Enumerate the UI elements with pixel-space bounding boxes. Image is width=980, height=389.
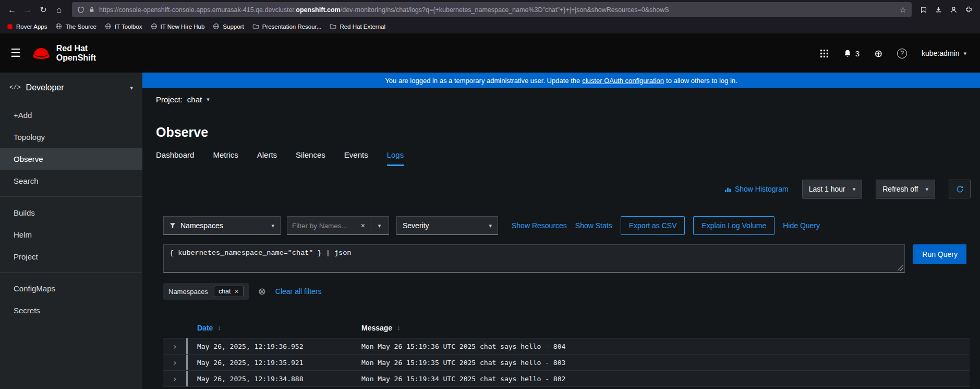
bookmark-rover-apps[interactable]: Rover Apps xyxy=(3,22,51,31)
main-content: You are logged in as a temporary adminis… xyxy=(142,73,980,389)
chevron-down-icon: ▾ xyxy=(271,222,274,229)
save-to-pocket-icon[interactable] xyxy=(920,6,927,14)
log-row: › May 26, 2025, 12:19:34.888 Mon May 26 … xyxy=(163,371,970,387)
refresh-interval-dropdown[interactable]: Refresh off ▾ xyxy=(876,180,935,198)
tab-dashboard[interactable]: Dashboard xyxy=(156,150,194,166)
sidebar-divider xyxy=(0,272,142,273)
severity-filter-dropdown[interactable]: Severity ▾ xyxy=(396,216,498,235)
explain-log-volume-button[interactable]: Explain Log Volume xyxy=(693,216,775,235)
clear-input-icon[interactable]: × xyxy=(361,221,365,230)
sidebar-item-observe[interactable]: Observe xyxy=(0,148,142,170)
date-column-header[interactable]: Date ↓ xyxy=(197,317,361,338)
chip-group-label: Namespaces xyxy=(168,288,208,296)
downloads-icon[interactable] xyxy=(935,6,942,14)
sort-descending-icon: ↓ xyxy=(217,324,221,332)
app-launcher-grid-icon[interactable] xyxy=(820,49,829,58)
bookmark-star-icon[interactable]: ☆ xyxy=(900,5,906,15)
filters-toolbar: Namespaces ▾ Filter by Names... × ▾ Seve… xyxy=(142,206,980,235)
show-resources-link[interactable]: Show Resources xyxy=(512,221,567,230)
reload-button[interactable]: ↻ xyxy=(35,3,51,17)
tab-events[interactable]: Events xyxy=(344,150,368,166)
run-query-button[interactable]: Run Query xyxy=(913,244,966,264)
extensions-icon[interactable] xyxy=(965,6,973,14)
browser-right-icons xyxy=(917,6,976,14)
show-stats-link[interactable]: Show Stats xyxy=(575,221,612,230)
log-table: Date ↓ Message ↕ › May 26, 2025, 12:19:3… xyxy=(163,317,970,387)
bookmark-red-hat-external[interactable]: Red Hat External xyxy=(326,21,389,31)
page-title: Observe xyxy=(142,111,980,140)
log-date: May 26, 2025, 12:19:35.921 xyxy=(197,355,361,370)
brand-line1: Red Hat xyxy=(56,44,96,53)
severity-dropdown-label: Severity xyxy=(403,221,429,230)
globe-icon xyxy=(55,23,62,30)
clear-all-filters-link[interactable]: Clear all filters xyxy=(275,287,322,296)
home-button[interactable]: ⌂ xyxy=(51,3,67,17)
name-filter-input[interactable]: Filter by Names... × xyxy=(287,216,370,235)
url-path: /dev-monitoring/ns/chat/logs?q={+kuberne… xyxy=(341,6,669,14)
sidebar-item-topology[interactable]: Topology xyxy=(0,126,142,148)
expand-row-toggle[interactable]: › xyxy=(163,338,186,354)
bookmark-it-new-hire-hub[interactable]: IT New Hire Hub xyxy=(147,21,209,31)
chip-close-icon[interactable]: × xyxy=(235,287,239,296)
date-header-label: Date xyxy=(197,324,213,332)
message-column-header[interactable]: Message ↕ xyxy=(361,317,970,338)
sync-button[interactable] xyxy=(949,180,971,198)
back-button[interactable]: ← xyxy=(4,3,20,17)
nav-toggle-icon[interactable]: ☰ xyxy=(0,46,31,60)
brand-logo: Red Hat OpenShift xyxy=(31,44,96,63)
sidebar-item-secrets[interactable]: Secrets xyxy=(0,299,142,321)
show-histogram-link[interactable]: Show Histogram xyxy=(724,185,789,193)
chip-text: chat xyxy=(219,288,231,295)
project-selector[interactable]: Project: chat ▾ xyxy=(142,88,980,111)
sidebar-item-search[interactable]: Search xyxy=(0,170,142,192)
sort-icon: ↕ xyxy=(397,324,401,332)
expand-row-toggle[interactable]: › xyxy=(163,355,186,370)
url-bar[interactable]: https://console-openshift-console.apps.e… xyxy=(72,2,912,17)
bookmark-presentation-resources[interactable]: Presentation Resour... xyxy=(249,21,325,31)
oauth-configuration-link[interactable]: cluster OAuth configuration xyxy=(582,77,664,85)
hide-query-link[interactable]: Hide Query xyxy=(783,221,820,230)
brand-text: Red Hat OpenShift xyxy=(56,44,96,63)
refresh-value: Refresh off xyxy=(882,185,918,193)
bookmark-support[interactable]: Support xyxy=(209,21,247,31)
folder-icon xyxy=(252,23,259,30)
log-row: › May 26, 2025, 12:19:36.952 Mon May 26 … xyxy=(163,338,970,355)
sidebar-item-project[interactable]: Project xyxy=(0,245,142,267)
tab-logs[interactable]: Logs xyxy=(387,150,404,166)
forward-button[interactable]: → xyxy=(20,3,35,17)
sidebar-item-configmaps[interactable]: ConfigMaps xyxy=(0,277,142,299)
quick-create-icon[interactable]: ⊕ xyxy=(874,48,882,60)
sidebar-item-helm[interactable]: Helm xyxy=(0,223,142,245)
tab-silences[interactable]: Silences xyxy=(296,150,325,166)
time-range-dropdown[interactable]: Last 1 hour ▾ xyxy=(802,180,863,198)
sidebar-item-builds[interactable]: Builds xyxy=(0,202,142,223)
notifications-button[interactable]: 3 xyxy=(843,49,860,58)
sidebar-item-add[interactable]: +Add xyxy=(0,104,142,126)
clear-chip-group-icon[interactable]: ⊗ xyxy=(258,287,266,296)
tab-metrics[interactable]: Metrics xyxy=(213,150,238,166)
expand-row-toggle[interactable]: › xyxy=(163,371,186,386)
chevron-down-icon: ▾ xyxy=(378,222,381,229)
query-editor[interactable]: { kubernetes_namespace_name="chat" } | j… xyxy=(163,244,905,273)
severity-indicator xyxy=(186,371,188,386)
perspective-switcher[interactable]: </> Developer ▾ xyxy=(0,73,142,104)
bookmark-it-toolbox[interactable]: IT Toolbox xyxy=(101,21,146,31)
filter-funnel-icon xyxy=(170,222,176,229)
banner-text: You are logged in as a temporary adminis… xyxy=(385,77,580,85)
log-message: Mon May 26 15:19:36 UTC 2025 chat says h… xyxy=(361,338,970,354)
sidebar-item-label: +Add xyxy=(14,111,32,120)
sidebar-item-label: Builds xyxy=(14,208,35,217)
namespaces-filter-dropdown[interactable]: Namespaces ▾ xyxy=(163,216,281,235)
bell-icon xyxy=(843,49,852,57)
user-menu[interactable]: kube:admin ▾ xyxy=(922,49,966,57)
project-value: chat xyxy=(187,95,202,104)
severity-indicator xyxy=(186,355,188,370)
bookmark-the-source[interactable]: The Source xyxy=(52,21,100,31)
tab-alerts[interactable]: Alerts xyxy=(257,150,277,166)
export-csv-button[interactable]: Export as CSV xyxy=(621,216,685,235)
filter-attribute-dropdown[interactable]: ▾ xyxy=(370,216,389,235)
lock-icon xyxy=(89,6,95,13)
account-icon[interactable] xyxy=(950,6,958,14)
help-icon[interactable]: ? xyxy=(897,49,907,58)
masthead-right: 3 ⊕ ? kube:admin ▾ xyxy=(820,48,980,60)
